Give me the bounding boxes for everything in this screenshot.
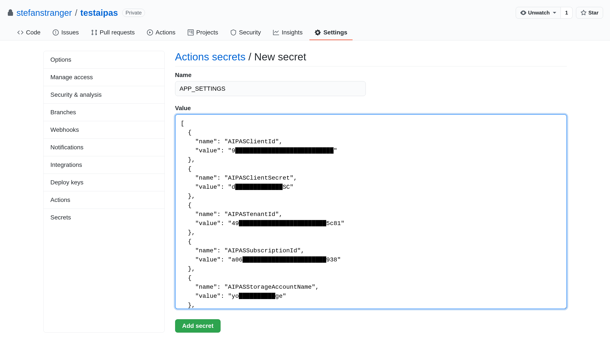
project-icon xyxy=(188,29,194,36)
repo-header: stefanstranger / testaipas Private Unwat… xyxy=(0,0,610,40)
sidenav-manage-access[interactable]: Manage access xyxy=(43,69,165,86)
repo-actions: Unwatch 1 Star xyxy=(516,7,603,19)
sidenav-secrets[interactable]: Secrets xyxy=(43,209,165,226)
nav-code[interactable]: Code xyxy=(12,26,46,40)
code-icon xyxy=(17,29,23,36)
nav-actions[interactable]: Actions xyxy=(142,26,181,40)
star-label: Star xyxy=(588,8,598,17)
git-pull-request-icon xyxy=(91,29,97,36)
nav-pr-label: Pull requests xyxy=(100,29,135,36)
watchers-count[interactable]: 1 xyxy=(561,7,572,19)
name-label: Name xyxy=(175,72,567,78)
sidenav-notifications[interactable]: Notifications xyxy=(43,139,165,156)
breadcrumb-root[interactable]: Actions secrets xyxy=(175,51,246,63)
sidenav-deploy-keys[interactable]: Deploy keys xyxy=(43,174,165,191)
nav-code-label: Code xyxy=(26,29,41,36)
secret-name-input[interactable] xyxy=(175,81,366,96)
chevron-down-icon xyxy=(553,12,556,14)
nav-security-label: Security xyxy=(239,29,261,36)
sidenav-options[interactable]: Options xyxy=(43,51,165,69)
nav-settings[interactable]: Settings xyxy=(309,26,352,40)
slash-separator: / xyxy=(75,8,77,18)
nav-projects[interactable]: Projects xyxy=(182,26,223,40)
nav-issues-label: Issues xyxy=(61,29,79,36)
repo-title: stefanstranger / testaipas Private xyxy=(7,8,145,18)
sidenav-integrations[interactable]: Integrations xyxy=(43,156,165,174)
nav-actions-label: Actions xyxy=(156,29,176,36)
shield-icon xyxy=(230,29,236,36)
breadcrumb-leaf: New secret xyxy=(254,51,306,63)
breadcrumb-sep: / xyxy=(246,51,254,63)
star-icon xyxy=(581,10,587,16)
repo-link[interactable]: testaipas xyxy=(80,8,118,17)
graph-icon xyxy=(273,29,279,36)
play-icon xyxy=(147,29,153,36)
nav-security[interactable]: Security xyxy=(225,26,266,40)
lock-icon xyxy=(7,9,14,16)
nav-insights-label: Insights xyxy=(282,29,303,36)
repo-nav: Code Issues Pull requests Actions Projec… xyxy=(7,26,603,40)
issue-icon xyxy=(53,29,59,36)
sidenav-actions[interactable]: Actions xyxy=(43,191,165,209)
page-heading: Actions secrets / New secret xyxy=(175,51,567,66)
unwatch-label: Unwatch xyxy=(528,8,550,17)
nav-projects-label: Projects xyxy=(196,29,218,36)
owner-link[interactable]: stefanstranger xyxy=(16,8,72,18)
unwatch-button[interactable]: Unwatch xyxy=(516,7,561,19)
star-button[interactable]: Star xyxy=(576,7,603,19)
settings-sidenav: Options Manage access Security & analysi… xyxy=(43,51,165,333)
nav-issues[interactable]: Issues xyxy=(47,26,84,40)
visibility-badge: Private xyxy=(122,9,145,17)
sidenav-security-analysis[interactable]: Security & analysis xyxy=(43,86,165,104)
nav-insights[interactable]: Insights xyxy=(268,26,308,40)
secret-value-textarea[interactable] xyxy=(175,114,567,309)
nav-pull-requests[interactable]: Pull requests xyxy=(86,26,140,40)
add-secret-button[interactable]: Add secret xyxy=(175,319,221,333)
eye-icon xyxy=(520,10,526,16)
sidenav-webhooks[interactable]: Webhooks xyxy=(43,121,165,139)
value-label: Value xyxy=(175,105,567,112)
nav-settings-label: Settings xyxy=(323,29,347,36)
gear-icon xyxy=(315,29,321,36)
main-content: Actions secrets / New secret Name Value … xyxy=(175,51,567,333)
sidenav-branches[interactable]: Branches xyxy=(43,104,165,121)
